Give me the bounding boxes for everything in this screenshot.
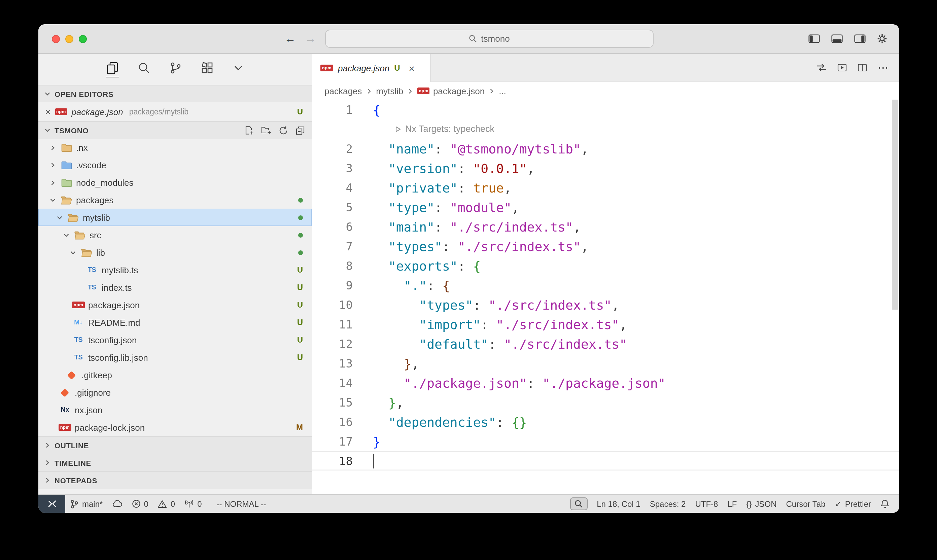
- git-status-badge: M: [296, 423, 303, 432]
- activity-additional-views[interactable]: [232, 62, 245, 77]
- language-mode-label: JSON: [755, 499, 777, 509]
- tree-item-index.ts[interactable]: TSindex.tsU: [38, 278, 312, 296]
- open-preview-icon[interactable]: [837, 63, 847, 72]
- code-line-5: 5 "type": "module",: [312, 197, 899, 217]
- titlebar: ← → tsmono: [38, 24, 899, 54]
- ports[interactable]: 0: [180, 495, 206, 513]
- tree-item-mytslib.ts[interactable]: TSmytslib.tsU: [38, 261, 312, 278]
- tab-package-json[interactable]: npm package.json U ×: [312, 54, 431, 82]
- close-window-button[interactable]: [52, 35, 60, 43]
- line-number: 1: [312, 103, 353, 116]
- forward-icon[interactable]: →: [305, 33, 316, 45]
- tree-item-mytslib[interactable]: mytslib: [38, 209, 312, 226]
- minimize-window-button[interactable]: [65, 35, 73, 43]
- open-editors-header[interactable]: OPEN EDITORS: [38, 85, 312, 102]
- eol[interactable]: LF: [723, 495, 742, 513]
- tree-item-package.json[interactable]: npmpackage.jsonU: [38, 296, 312, 314]
- status-left: main*000-- NORMAL --: [38, 495, 271, 513]
- changes-dot-badge: [298, 250, 303, 255]
- code-line-15: 15 },: [312, 392, 899, 412]
- codelens-label[interactable]: Nx Targets: typecheck: [405, 124, 494, 134]
- errors[interactable]: 0: [127, 495, 153, 513]
- warnings[interactable]: 0: [153, 495, 180, 513]
- titlebar-actions: [653, 34, 899, 44]
- timeline-section-header[interactable]: TIMELINE: [38, 454, 312, 471]
- open-changes-icon[interactable]: [817, 63, 826, 72]
- tree-item-.vscode[interactable]: .vscode: [38, 156, 312, 174]
- breadcrumb-separator-icon: [366, 88, 372, 94]
- scrollbar[interactable]: [892, 100, 898, 309]
- breadcrumb-packages[interactable]: packages: [325, 86, 362, 96]
- breadcrumbs: packagesmytslibnpmpackage.json...: [312, 82, 899, 100]
- line-number: 3: [312, 161, 353, 175]
- breadcrumb-package-json[interactable]: npmpackage.json: [417, 86, 485, 96]
- tree-item-README.md[interactable]: M↓README.mdU: [38, 314, 312, 331]
- collapse-folders-icon[interactable]: [295, 126, 305, 135]
- chevron-right-icon: [49, 179, 57, 185]
- toggle-panel-icon[interactable]: [831, 34, 843, 43]
- refresh-explorer-icon[interactable]: [278, 126, 288, 135]
- split-editor-icon[interactable]: [858, 63, 867, 72]
- more-actions-icon[interactable]: ⋯: [878, 62, 889, 73]
- notifications[interactable]: [876, 495, 894, 513]
- sync-changes[interactable]: [108, 495, 127, 513]
- outline-section-header[interactable]: OUTLINE: [38, 436, 312, 454]
- maximize-window-button[interactable]: [79, 35, 87, 43]
- cursor-tab[interactable]: Cursor Tab: [782, 495, 830, 513]
- notepads-section-header[interactable]: NOTEPADS: [38, 471, 312, 489]
- activity-source-control[interactable]: [169, 61, 182, 77]
- git-branch[interactable]: main*: [65, 495, 108, 513]
- tree-item-label: .gitignore: [75, 387, 111, 397]
- settings-gear-icon[interactable]: [877, 34, 887, 44]
- explorer-section-header[interactable]: TSMONO: [38, 121, 312, 138]
- code-editor[interactable]: 1{Nx Targets: typecheck2 "name": "@tsmon…: [312, 100, 899, 494]
- tree-item-.nx[interactable]: .nx: [38, 138, 312, 156]
- indentation[interactable]: Spaces: 2: [645, 495, 691, 513]
- activity-explorer[interactable]: [106, 61, 119, 77]
- line-number: 14: [312, 376, 353, 389]
- ts-icon: TS: [72, 354, 85, 361]
- close-icon[interactable]: ×: [45, 107, 51, 117]
- vim-mode[interactable]: -- NORMAL --: [207, 495, 271, 513]
- formatter[interactable]: ✓Prettier: [830, 495, 876, 513]
- tree-item-packages[interactable]: packages: [38, 191, 312, 209]
- breadcrumb-mytslib[interactable]: mytslib: [376, 86, 403, 96]
- np-icon: npm: [58, 424, 71, 431]
- open-editor-item[interactable]: × npm package.json packages/mytslib U: [38, 102, 312, 121]
- tree-item-node_modules[interactable]: node_modules: [38, 174, 312, 191]
- new-file-icon[interactable]: [245, 126, 254, 135]
- tree-item-package-lock.json[interactable]: npmpackage-lock.jsonM: [38, 418, 312, 436]
- editor-actions: ⋯: [817, 54, 899, 82]
- toggle-secondary-sidebar-icon[interactable]: [854, 34, 866, 43]
- traffic-lights: [38, 35, 285, 43]
- tree-item-.gitignore[interactable]: .gitignore: [38, 384, 312, 401]
- activity-search[interactable]: [137, 61, 151, 77]
- breadcrumb-more[interactable]: ...: [499, 86, 506, 96]
- new-folder-icon[interactable]: [261, 126, 271, 135]
- cursor-position[interactable]: Ln 18, Col 1: [592, 495, 645, 513]
- text-cursor: [373, 453, 374, 468]
- toggle-primary-sidebar-icon[interactable]: [808, 34, 820, 43]
- remote-indicator[interactable]: [38, 495, 65, 513]
- close-tab-icon[interactable]: ×: [409, 63, 415, 73]
- tree-item-tsconfig.json[interactable]: TStsconfig.jsonU: [38, 331, 312, 349]
- chevron-right-icon: [44, 460, 51, 466]
- language-mode[interactable]: {}JSON: [742, 495, 781, 513]
- files-icon: [106, 61, 119, 75]
- encoding[interactable]: UTF-8: [690, 495, 723, 513]
- line-number: 18: [312, 454, 353, 468]
- run-icon[interactable]: [394, 126, 401, 132]
- folder-green-icon: [60, 178, 73, 187]
- code-line-11: 11 "import": "./src/index.ts",: [312, 314, 899, 334]
- tree-item-tsconfig.lib.json[interactable]: TStsconfig.lib.jsonU: [38, 349, 312, 366]
- back-icon[interactable]: ←: [285, 33, 296, 45]
- tree-item-.gitkeep[interactable]: .gitkeep: [38, 366, 312, 384]
- command-center-search[interactable]: tsmono: [325, 29, 653, 48]
- activity-extensions[interactable]: [201, 61, 214, 77]
- chevron-down-icon: [63, 232, 70, 238]
- tree-item-src[interactable]: src: [38, 226, 312, 244]
- tree-item-lib[interactable]: lib: [38, 244, 312, 261]
- npm-icon: npm: [54, 108, 67, 115]
- zoom-indicator[interactable]: [565, 495, 592, 513]
- tree-item-nx.json[interactable]: Nxnx.json: [38, 401, 312, 418]
